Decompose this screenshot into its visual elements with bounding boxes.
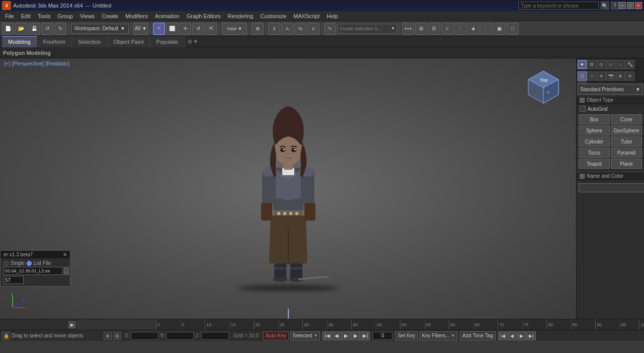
frame-number[interactable]: 0	[372, 332, 392, 340]
rp-spacewarp-icon[interactable]: ≋	[625, 72, 634, 81]
rp-modify-icon[interactable]: ⚙	[587, 60, 596, 69]
rp-utilities-icon[interactable]: 🔧	[625, 60, 634, 69]
tab-modeling[interactable]: Modeling	[2, 36, 37, 47]
next-key-btn[interactable]: ▶|	[361, 331, 370, 340]
z-field[interactable]	[201, 332, 229, 340]
x-field[interactable]	[131, 332, 158, 340]
edit-named-sel[interactable]: ✎	[324, 23, 336, 35]
prev-frame-btn[interactable]: ◀	[332, 331, 341, 340]
percent-snap-btn[interactable]: %	[294, 23, 306, 35]
rp-helpers-icon[interactable]: ⊕	[616, 72, 625, 81]
mini-panel-number[interactable]	[4, 276, 24, 284]
set-key-btn[interactable]: Set Key	[395, 331, 418, 340]
last-frame-btn[interactable]: ▶|	[527, 331, 536, 340]
nav-cube[interactable]: Top R	[526, 68, 561, 104]
sphere-btn[interactable]: Sphere	[579, 125, 610, 135]
rp-lights-icon[interactable]: ☀	[597, 72, 606, 81]
first-frame-btn[interactable]: |◀	[498, 331, 507, 340]
next-frame-btn[interactable]: ▶	[351, 331, 360, 340]
menu-edit[interactable]: Edit	[18, 13, 34, 20]
snap-icon[interactable]: ⊕	[104, 332, 112, 340]
add-time-tag-btn[interactable]: Add Time Tag	[460, 331, 496, 340]
tab-extra-btn[interactable]: ⊞ ▼	[185, 39, 201, 44]
schematic-btn[interactable]: ⋮	[454, 23, 466, 35]
named-selection-field[interactable]: Create Selection S... ▼	[337, 24, 397, 34]
autokey-btn[interactable]: Auto Key	[263, 331, 289, 340]
autogrid-checkbox[interactable]	[580, 106, 586, 112]
close-btn[interactable]: ✕	[635, 2, 642, 9]
refcoord-dropdown[interactable]: View ▼	[222, 23, 247, 35]
workspace-dropdown[interactable]: Workspace: Default ▼	[71, 24, 129, 34]
rotate-btn[interactable]: ↺	[192, 23, 204, 35]
tube-btn[interactable]: Tube	[611, 136, 642, 147]
render-in-view-btn[interactable]: □	[507, 23, 519, 35]
open-btn[interactable]: 📂	[15, 23, 27, 35]
save-btn[interactable]: 💾	[28, 23, 40, 35]
menu-file[interactable]: File	[2, 13, 17, 20]
prev-key-btn[interactable]: |◀	[323, 331, 332, 340]
pyramid-btn[interactable]: Pyramid	[611, 148, 642, 158]
tab-selection[interactable]: Selection	[72, 36, 107, 47]
name-field[interactable]	[579, 183, 644, 192]
menu-customize[interactable]: Customize	[257, 13, 289, 20]
box-btn[interactable]: Box	[579, 114, 610, 124]
menu-maxscript[interactable]: MAXScript	[290, 13, 323, 20]
rp-create-icon[interactable]: ✦	[578, 60, 587, 69]
torus-btn[interactable]: Torus	[579, 148, 610, 158]
align-btn[interactable]: ⊞	[415, 23, 427, 35]
curve-editor-btn[interactable]: ≈	[441, 23, 453, 35]
layer-mgr-btn[interactable]: ☰	[428, 23, 440, 35]
filter-dropdown[interactable]: All ▼	[133, 23, 148, 35]
teapot-btn[interactable]: Teapot	[579, 159, 610, 169]
geosphere-btn[interactable]: GeoSphere	[611, 125, 642, 135]
search-input[interactable]	[518, 2, 599, 10]
name-color-collapse[interactable]: −	[580, 174, 585, 179]
redo-btn[interactable]: ↻	[54, 23, 66, 35]
help-icon[interactable]: ?	[611, 2, 619, 10]
tab-freeform[interactable]: Freeform	[37, 36, 72, 47]
transform-type-icon[interactable]: ⊞	[113, 332, 121, 340]
mini-panel-file-input[interactable]	[4, 267, 63, 275]
play-btn[interactable]: ▶	[342, 331, 351, 340]
key-filters-btn[interactable]: Key Filters... ▼	[419, 331, 457, 340]
material-editor-btn[interactable]: ◈	[467, 23, 479, 35]
menu-group[interactable]: Group	[54, 13, 76, 20]
maximize-btn[interactable]: □	[627, 2, 634, 9]
object-type-collapse[interactable]: −	[580, 98, 585, 103]
rp-geometry-icon[interactable]: ⬡	[578, 72, 587, 81]
selected-dropdown[interactable]: Selected ▼	[290, 331, 320, 340]
rp-shapes-icon[interactable]: ◇	[587, 72, 596, 81]
radio-listfile[interactable]	[27, 261, 32, 266]
minimize-btn[interactable]: ─	[619, 2, 626, 9]
snap2d-btn[interactable]: 3	[268, 23, 280, 35]
undo-btn[interactable]: ↺	[41, 23, 53, 35]
mini-panel-close[interactable]: ✕	[63, 252, 67, 257]
menu-graph-editors[interactable]: Graph Editors	[184, 13, 224, 20]
move-btn[interactable]: ✛	[179, 23, 191, 35]
viewport-3d[interactable]: [+] [Perspective] [Realistic] Top R	[0, 58, 576, 319]
cone-btn[interactable]: Cone	[611, 114, 642, 124]
mini-panel-browse-btn[interactable]: ...	[64, 267, 69, 275]
timeline-arrow[interactable]: ▶	[68, 321, 75, 328]
menu-tools[interactable]: Tools	[35, 13, 54, 20]
y-field[interactable]	[166, 332, 194, 340]
plane-btn[interactable]: Plane	[611, 159, 642, 169]
play-back-btn[interactable]: ◀	[508, 331, 517, 340]
angle-snap-btn[interactable]: A	[281, 23, 293, 35]
tab-objectpaint[interactable]: Object Paint	[108, 36, 150, 47]
rp-motion-icon[interactable]: ▷	[606, 60, 615, 69]
timeline[interactable]: ▶ 0 5 10 15 20 25 30 35 40 45 50 55 60 6…	[0, 319, 644, 330]
cylinder-btn[interactable]: Cylinder	[579, 136, 610, 147]
scale-btn[interactable]: ⇱	[205, 23, 217, 35]
render-setup-btn[interactable]: 🎥	[480, 23, 493, 35]
menu-rendering[interactable]: Rendering	[225, 13, 257, 20]
pivot-btn[interactable]: ⊕	[252, 23, 264, 35]
menu-help[interactable]: Help	[324, 13, 341, 20]
radio-single[interactable]	[4, 261, 9, 266]
mirror-btn[interactable]: ⟺	[402, 23, 414, 35]
tab-populate[interactable]: Populate	[150, 36, 184, 47]
play-fwd-btn[interactable]: ▶	[517, 331, 526, 340]
select-btn[interactable]: ↖	[153, 23, 165, 35]
menu-create[interactable]: Create	[99, 13, 121, 20]
search-icon[interactable]: 🔍	[601, 2, 609, 10]
